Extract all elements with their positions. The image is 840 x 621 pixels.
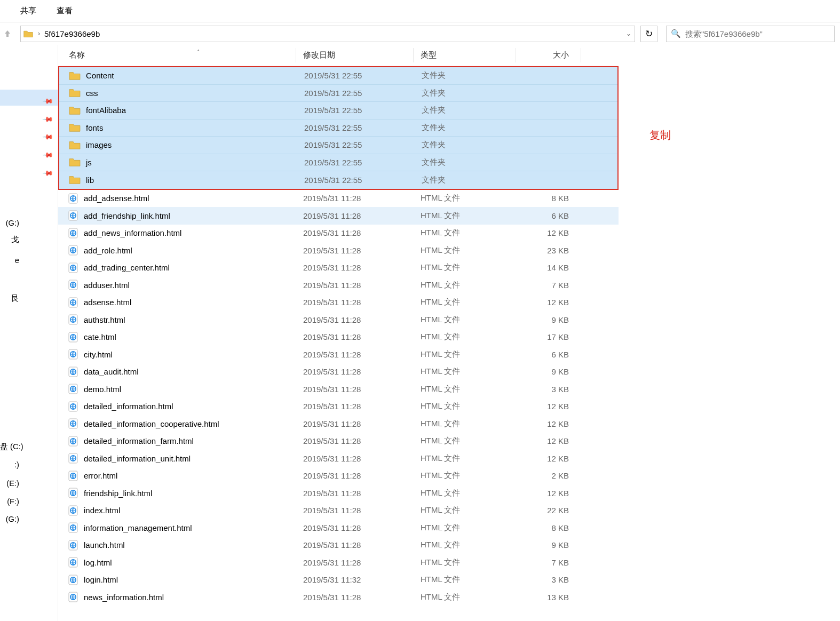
left-nav-pane[interactable]: 📌📌📌📌📌 (G:)戈e艮盘 (C:):)(E:)(F:)(G:): [0, 45, 58, 621]
chevron-down-icon[interactable]: ⌄: [626, 30, 631, 37]
file-type: HTML 文件: [413, 349, 516, 360]
folder-row[interactable]: images 2019/5/31 22:55 文件夹: [59, 137, 617, 154]
file-name: news_information.html: [84, 593, 164, 602]
file-size: 22 KB: [516, 506, 581, 515]
column-divider[interactable]: [413, 48, 414, 62]
file-size: 6 KB: [516, 211, 581, 220]
file-row[interactable]: adduser.html 2019/5/31 11:28 HTML 文件 7 K…: [58, 276, 619, 294]
html-file-icon: [68, 228, 78, 238]
folder-icon: [69, 123, 81, 132]
file-name: detailed_information_cooperative.html: [84, 419, 219, 428]
refresh-button[interactable]: ↻: [640, 26, 657, 42]
file-row[interactable]: demo.html 2019/5/31 11:28 HTML 文件 3 KB: [58, 380, 619, 398]
html-file-icon: [68, 297, 78, 308]
up-arrow-icon: [3, 29, 12, 38]
breadcrumb-current[interactable]: 5f617e9366e9b: [44, 29, 100, 38]
pin-icon: 📌: [42, 114, 54, 125]
file-type: HTML 文件: [413, 488, 516, 498]
folder-row[interactable]: lib 2019/5/31 22:55 文件夹: [59, 171, 617, 189]
folder-icon: [69, 71, 81, 81]
file-name: demo.html: [84, 385, 121, 394]
file-name: launch.html: [84, 540, 125, 550]
file-row[interactable]: launch.html 2019/5/31 11:28 HTML 文件 9 KB: [58, 537, 619, 554]
nav-item[interactable]: 戈: [0, 235, 53, 245]
file-row[interactable]: friendship_link.html 2019/5/31 11:28 HTM…: [58, 484, 619, 502]
nav-item[interactable]: (G:): [0, 515, 53, 523]
file-type: HTML 文件: [413, 280, 516, 290]
file-row[interactable]: add_news_information.html 2019/5/31 11:2…: [58, 225, 619, 242]
file-row[interactable]: error.html 2019/5/31 11:28 HTML 文件 2 KB: [58, 467, 619, 485]
file-row[interactable]: add_trading_center.html 2019/5/31 11:28 …: [58, 259, 619, 277]
file-name: add_trading_center.html: [84, 263, 170, 272]
file-name: images: [86, 140, 112, 149]
folder-row[interactable]: fontAlibaba 2019/5/31 22:55 文件夹: [59, 102, 617, 120]
file-type: 文件夹: [414, 175, 517, 185]
folder-icon: [69, 106, 81, 115]
file-row[interactable]: detailed_information_farm.html 2019/5/31…: [58, 433, 619, 450]
nav-item[interactable]: 盘 (C:): [0, 442, 53, 452]
file-row[interactable]: cate.html 2019/5/31 11:28 HTML 文件 17 KB: [58, 329, 619, 346]
file-row[interactable]: add_adsense.html 2019/5/31 11:28 HTML 文件…: [58, 190, 619, 208]
ribbon: 共享 查看: [0, 0, 840, 22]
file-date: 2019/5/31 11:28: [296, 385, 413, 394]
file-size: 9 KB: [516, 367, 581, 376]
column-divider[interactable]: [581, 48, 581, 62]
folder-icon: [69, 157, 81, 167]
column-header-date[interactable]: 修改日期: [296, 50, 413, 60]
nav-item[interactable]: e: [0, 256, 53, 265]
file-date: 2019/5/31 11:28: [296, 523, 413, 532]
folder-row[interactable]: js 2019/5/31 22:55 文件夹: [59, 154, 617, 172]
file-row[interactable]: detailed_information_cooperative.html 20…: [58, 415, 619, 433]
folder-row[interactable]: Content 2019/5/31 22:55 文件夹: [59, 67, 617, 85]
nav-item[interactable]: (F:): [0, 497, 53, 506]
nav-up-button[interactable]: [0, 29, 15, 38]
file-type: HTML 文件: [413, 575, 516, 585]
file-row[interactable]: add_role.html 2019/5/31 11:28 HTML 文件 23…: [58, 242, 619, 259]
file-row[interactable]: detailed_information.html 2019/5/31 11:2…: [58, 398, 619, 416]
html-file-icon: [68, 210, 78, 221]
search-input[interactable]: [685, 29, 830, 38]
column-divider[interactable]: [296, 48, 296, 62]
column-divider[interactable]: [516, 48, 516, 62]
file-type: HTML 文件: [413, 419, 516, 429]
file-type: HTML 文件: [413, 401, 516, 411]
pin-icon: 📌: [42, 131, 54, 143]
ribbon-tab-view[interactable]: 查看: [57, 6, 73, 16]
file-list: 名称˄ 修改日期 类型 大小 Content 2019/5/31 22:55 文…: [58, 45, 619, 621]
file-date: 2019/5/31 11:28: [296, 419, 413, 428]
file-row[interactable]: log.html 2019/5/31 11:28 HTML 文件 7 KB: [58, 554, 619, 571]
file-size: 6 KB: [516, 350, 581, 359]
search-box[interactable]: 🔍: [666, 26, 835, 42]
column-header-name[interactable]: 名称˄: [58, 50, 296, 60]
nav-item[interactable]: (E:): [0, 479, 53, 488]
file-type: 文件夹: [414, 88, 517, 98]
file-row[interactable]: data_audit.html 2019/5/31 11:28 HTML 文件 …: [58, 363, 619, 381]
nav-item[interactable]: (G:): [0, 219, 53, 227]
file-row[interactable]: authstr.html 2019/5/31 11:28 HTML 文件 9 K…: [58, 311, 619, 329]
file-row[interactable]: city.html 2019/5/31 11:28 HTML 文件 6 KB: [58, 346, 619, 363]
file-row[interactable]: detailed_information_unit.html 2019/5/31…: [58, 450, 619, 467]
folder-row[interactable]: fonts 2019/5/31 22:55 文件夹: [59, 120, 617, 137]
chevron-right-icon[interactable]: ›: [38, 30, 40, 37]
ribbon-tab-share[interactable]: 共享: [20, 6, 36, 16]
breadcrumb-address-bar[interactable]: › 5f617e9366e9b ⌄: [20, 26, 635, 42]
file-row[interactable]: information_management.html 2019/5/31 11…: [58, 519, 619, 537]
file-row[interactable]: adsense.html 2019/5/31 11:28 HTML 文件 12 …: [58, 294, 619, 312]
html-file-icon: [68, 488, 78, 498]
file-name: login.html: [84, 575, 118, 584]
column-header-type[interactable]: 类型: [413, 50, 516, 60]
column-header-size[interactable]: 大小: [516, 50, 581, 60]
folder-row[interactable]: css 2019/5/31 22:55 文件夹: [59, 85, 617, 102]
file-row[interactable]: add_friendship_link.html 2019/5/31 11:28…: [58, 207, 619, 225]
file-date: 2019/5/31 11:28: [296, 298, 413, 307]
file-size: 12 KB: [516, 489, 581, 498]
file-size: 12 KB: [516, 436, 581, 445]
nav-item[interactable]: 艮: [0, 293, 53, 304]
html-file-icon: [68, 540, 78, 551]
file-row[interactable]: login.html 2019/5/31 11:32 HTML 文件 3 KB: [58, 571, 619, 589]
nav-item[interactable]: :): [0, 460, 53, 469]
file-row[interactable]: news_information.html 2019/5/31 11:28 HT…: [58, 588, 619, 606]
html-file-icon: [68, 436, 78, 447]
file-row[interactable]: index.html 2019/5/31 11:28 HTML 文件 22 KB: [58, 502, 619, 520]
html-file-icon: [68, 262, 78, 273]
